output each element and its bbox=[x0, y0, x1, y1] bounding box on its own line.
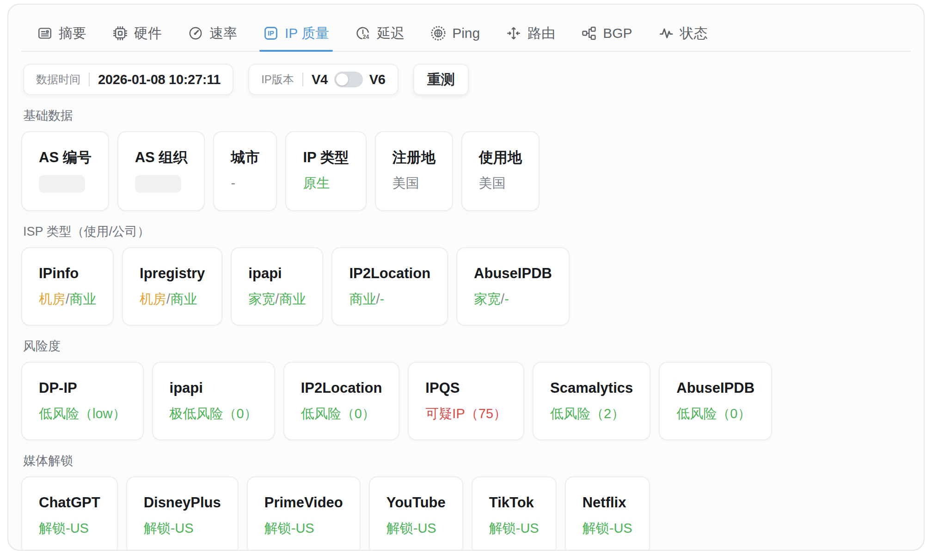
card: PrimeVideo解锁-US bbox=[247, 476, 361, 551]
hardware-icon bbox=[112, 25, 128, 41]
value-part: 机房 bbox=[140, 292, 166, 306]
route-icon bbox=[506, 25, 521, 41]
tab-speed[interactable]: 速率 bbox=[188, 16, 237, 51]
card: AS 编号 bbox=[21, 131, 109, 211]
section-title-risk: 风险度 bbox=[23, 338, 911, 354]
card: ipapi家宽/商业 bbox=[231, 247, 323, 326]
tab-label: 摘要 bbox=[59, 24, 86, 43]
card-value: 机房/商业 bbox=[140, 291, 205, 307]
card: DisneyPlus解锁-US bbox=[126, 476, 239, 551]
card-title: Scamalytics bbox=[550, 380, 633, 396]
ip-version-toggle[interactable] bbox=[334, 72, 363, 87]
card: AbuseIPDB家宽/- bbox=[456, 247, 570, 326]
value-part: 商业 bbox=[170, 292, 197, 306]
card: IP2Location商业/- bbox=[331, 247, 448, 326]
section-title-basic: 基础数据 bbox=[23, 107, 911, 124]
toggle-knob bbox=[336, 73, 348, 85]
speed-icon bbox=[188, 25, 203, 41]
ping-icon bbox=[430, 25, 446, 41]
tab-label: IP 质量 bbox=[285, 24, 329, 43]
card-value: 机房/商业 bbox=[39, 291, 96, 307]
card-value: 低风险（low） bbox=[39, 405, 126, 422]
summary-icon bbox=[37, 25, 53, 41]
card-title: 注册地 bbox=[392, 150, 435, 165]
card-row-media: ChatGPT解锁-USDisneyPlus解锁-USPrimeVideo解锁-… bbox=[21, 476, 911, 551]
card-value: - bbox=[231, 175, 259, 191]
value-part: 商业 bbox=[349, 292, 376, 306]
toolbar: 数据时间 2026-01-08 10:27:11 IP版本 V4 V6 重测 bbox=[21, 64, 911, 95]
tab-status[interactable]: 状态 bbox=[658, 16, 708, 51]
ip-icon: IP bbox=[263, 25, 279, 41]
value-part: 商业 bbox=[69, 292, 96, 306]
card-value: 美国 bbox=[479, 175, 522, 191]
card-value bbox=[39, 175, 92, 193]
svg-text:IP: IP bbox=[268, 30, 274, 37]
redacted-value bbox=[135, 175, 181, 193]
ip-version-card: IP版本 V4 V6 bbox=[248, 64, 398, 95]
card-row-isp: IPinfo机房/商业Ipregistry机房/商业ipapi家宽/商业IP2L… bbox=[21, 247, 911, 326]
value-part: 机房 bbox=[39, 292, 66, 306]
card: IPQS可疑IP（75） bbox=[408, 362, 524, 440]
card: AS 组织 bbox=[117, 131, 205, 211]
card-title: DP-IP bbox=[39, 380, 126, 396]
value-part: - bbox=[504, 292, 509, 306]
section-title-isp: ISP 类型（使用/公司） bbox=[23, 223, 911, 240]
card-title: IPinfo bbox=[39, 266, 96, 281]
card: TikTok解锁-US bbox=[472, 476, 557, 551]
status-icon bbox=[658, 25, 674, 41]
card: Ipregistry机房/商业 bbox=[122, 247, 222, 326]
card-value: 解锁-US bbox=[582, 520, 632, 536]
tab-latency[interactable]: 24延迟 bbox=[355, 16, 405, 51]
data-time-value: 2026-01-08 10:27:11 bbox=[98, 72, 221, 87]
tab-label: 状态 bbox=[680, 24, 708, 43]
card: DP-IP低风险（low） bbox=[21, 362, 144, 440]
card: IP2Location低风险（0） bbox=[283, 362, 400, 440]
tab-label: 路由 bbox=[527, 24, 555, 43]
card-title: IP 类型 bbox=[303, 150, 349, 165]
card: ipapi极低风险（0） bbox=[152, 362, 275, 440]
tab-hardware[interactable]: 硬件 bbox=[112, 16, 162, 51]
tab-bar: 摘要硬件速率IPIP 质量24延迟Ping路由BGP状态 bbox=[21, 16, 911, 52]
card: ChatGPT解锁-US bbox=[21, 476, 118, 551]
card-title: IP2Location bbox=[349, 266, 430, 281]
ip-v6-label: V6 bbox=[369, 72, 386, 87]
card-row-basic: AS 编号AS 组织城市-IP 类型原生注册地美国使用地美国 bbox=[21, 131, 911, 211]
value-part: / bbox=[66, 292, 69, 306]
card-title: Ipregistry bbox=[140, 266, 205, 281]
card: 注册地美国 bbox=[375, 131, 453, 211]
card: 使用地美国 bbox=[461, 131, 540, 211]
card-title: Netflix bbox=[582, 495, 632, 511]
retest-button[interactable]: 重测 bbox=[413, 64, 469, 95]
card-title: YouTube bbox=[386, 495, 446, 511]
tab-label: Ping bbox=[452, 25, 480, 41]
section-title-media: 媒体解锁 bbox=[23, 452, 911, 469]
card-title: IP2Location bbox=[301, 380, 382, 396]
tab-ping[interactable]: Ping bbox=[430, 16, 480, 51]
tab-ip[interactable]: IPIP 质量 bbox=[263, 16, 329, 51]
tab-bgp[interactable]: BGP bbox=[581, 16, 632, 51]
tab-route[interactable]: 路由 bbox=[506, 16, 555, 51]
tab-summary[interactable]: 摘要 bbox=[37, 16, 86, 51]
value-part: 家宽 bbox=[474, 292, 501, 306]
card-value: 低风险（0） bbox=[301, 405, 382, 422]
card-value: 美国 bbox=[392, 175, 435, 191]
value-part: / bbox=[501, 292, 504, 306]
card-value: 极低风险（0） bbox=[170, 405, 258, 422]
card-value: 可疑IP（75） bbox=[425, 405, 507, 422]
tab-label: 硬件 bbox=[134, 24, 162, 43]
card-row-risk: DP-IP低风险（low）ipapi极低风险（0）IP2Location低风险（… bbox=[21, 362, 911, 440]
svg-text:24: 24 bbox=[363, 34, 369, 40]
bgp-icon bbox=[581, 25, 597, 41]
card: AbuseIPDB低风险（0） bbox=[659, 362, 772, 440]
card-title: ipapi bbox=[248, 266, 306, 281]
card: 城市- bbox=[213, 131, 277, 211]
ip-v4-label: V4 bbox=[312, 72, 328, 87]
ip-version-label: IP版本 bbox=[261, 72, 294, 87]
main-panel: 摘要硬件速率IPIP 质量24延迟Ping路由BGP状态 数据时间 2026-0… bbox=[7, 4, 925, 551]
card-value: 原生 bbox=[303, 175, 349, 191]
card-value: 解锁-US bbox=[386, 520, 446, 536]
divider bbox=[302, 73, 303, 86]
card-value: 解锁-US bbox=[489, 520, 539, 536]
tab-label: 延迟 bbox=[377, 24, 405, 43]
card-value: 家宽/- bbox=[474, 291, 552, 307]
